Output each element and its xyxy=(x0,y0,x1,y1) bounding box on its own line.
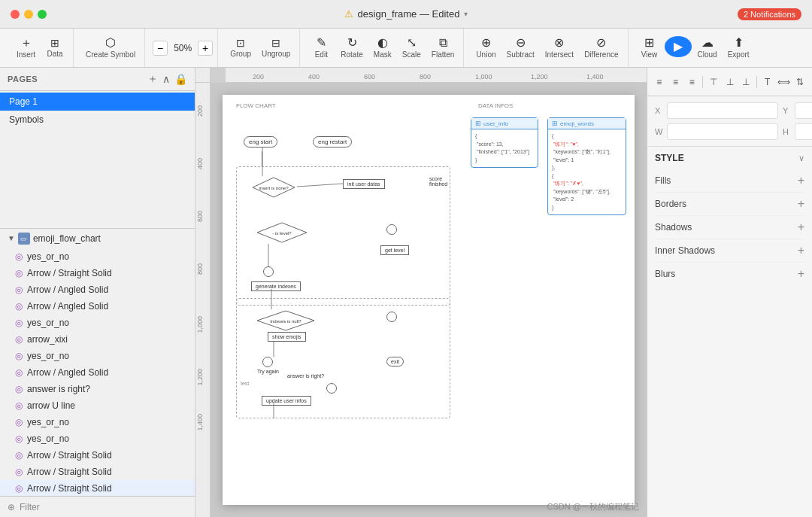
x-input[interactable] xyxy=(667,102,778,119)
rt-distribute-v[interactable]: ⇅ xyxy=(792,73,807,91)
layer-item-arrow-xixi[interactable]: ◎ arrow_xixi xyxy=(0,331,195,348)
edit-button[interactable]: ✎ Edit xyxy=(308,34,335,62)
rt-sep-1 xyxy=(702,76,703,88)
mask-button[interactable]: ◐ Mask xyxy=(369,34,396,62)
layer-item-yes-or-no-1[interactable]: ◎ yes_or_no xyxy=(0,248,195,265)
collapse-pages-button[interactable]: ∧ xyxy=(162,73,170,85)
insert-button[interactable]: ＋ Insert xyxy=(12,34,40,62)
emoji-entry-1: "练习": "♥", xyxy=(552,141,622,149)
rt-align-top[interactable]: ⊤ xyxy=(706,73,721,91)
pages-header-actions: ＋ ∧ 🔒 xyxy=(147,72,187,86)
intersect-button[interactable]: ⊗ Intersect xyxy=(541,34,578,62)
layer-item-arrow-u-line[interactable]: ◎ arrow U line xyxy=(0,397,195,414)
layer-emoji-flow-chart[interactable]: ▼ ▭ emoji_flow_chart xyxy=(0,229,195,248)
borders-label: Borders xyxy=(655,199,686,209)
title-dropdown-icon[interactable]: ▾ xyxy=(464,10,468,18)
preview-button[interactable]: ▶ xyxy=(665,36,692,57)
rotate-button[interactable]: ↻ Rotate xyxy=(336,34,367,62)
layer-item-arrow-angled-3[interactable]: ◎ Arrow / Angled Solid xyxy=(0,364,195,381)
union-button[interactable]: ⊕ Union xyxy=(471,34,500,62)
rt-align-bottom[interactable]: ⊥ xyxy=(738,73,753,91)
fc-arrow-1 xyxy=(262,151,262,166)
canvas-area: 200 400 600 800 1,000 1,200 1,400 200 40… xyxy=(195,68,647,517)
shadows-add-button[interactable]: + xyxy=(798,220,804,234)
rt-align-left[interactable]: ≡ xyxy=(652,73,667,91)
main-canvas[interactable]: FLOW CHART DATA INFOS ⊞ user_info { "sco… xyxy=(211,83,647,517)
component-icon: ◎ xyxy=(15,433,23,444)
page-item-1[interactable]: Page 1 xyxy=(0,93,195,111)
subtract-icon: ⊖ xyxy=(516,37,526,49)
add-page-button[interactable]: ＋ xyxy=(147,72,158,86)
flow-chart-label: FLOW CHART xyxy=(236,102,276,109)
fc-dashed-box-1 xyxy=(236,166,450,306)
group-icon: ⊡ xyxy=(236,38,245,48)
sidebar: PAGES ＋ ∧ 🔒 Page 1 Symbols ▼ ▭ emoji_flo… xyxy=(0,68,195,517)
maximize-button[interactable] xyxy=(38,10,47,19)
fills-add-button[interactable]: + xyxy=(798,174,804,187)
symbols-label: Symbols xyxy=(9,114,44,125)
rt-align-right[interactable]: ≡ xyxy=(684,73,699,91)
flatten-icon: ⧉ xyxy=(439,37,447,49)
subtract-button[interactable]: ⊖ Subtract xyxy=(502,34,539,62)
rt-text-align[interactable]: T xyxy=(760,73,775,91)
layer-item-yes-or-no-4[interactable]: ◎ yes_or_no xyxy=(0,414,195,430)
rt-align-center-v[interactable]: ⊥ xyxy=(723,73,738,91)
ruler-mark-1400: 1,400 xyxy=(586,73,604,81)
sidebar-pages-header: PAGES ＋ ∧ 🔒 xyxy=(0,68,195,91)
layer-item-yes-or-no-3[interactable]: ◎ yes_or_no xyxy=(0,348,195,364)
flatten-button[interactable]: ⧉ Flatten xyxy=(427,34,459,62)
borders-add-button[interactable]: + xyxy=(798,197,804,211)
rt-align-center-h[interactable]: ≡ xyxy=(668,73,683,91)
layer-item-yes-or-no-2[interactable]: ◎ yes_or_no xyxy=(0,315,195,331)
page-item-symbols[interactable]: Symbols xyxy=(0,111,195,129)
h-input[interactable] xyxy=(795,123,812,140)
layer-item-arrow-straight-4[interactable]: ◎ Arrow / Straight Solid xyxy=(0,480,195,496)
data-button[interactable]: ⊞ Data xyxy=(41,35,68,61)
pages-label: PAGES xyxy=(8,75,38,84)
export-label: Export xyxy=(728,50,750,59)
scale-button[interactable]: ⤡ Scale xyxy=(398,34,426,62)
rt-distribute-h[interactable]: ⟺ xyxy=(777,73,792,91)
toolbar-group-zoom: − 50% + xyxy=(148,29,218,67)
layer-item-yes-or-no-5[interactable]: ◎ yes_or_no xyxy=(0,430,195,447)
emoji-words-card: ⊞ emoji_words { "练习": "♥", "keywords": [… xyxy=(547,117,626,215)
cloud-button[interactable]: ☁ Cloud xyxy=(693,34,722,62)
inner-shadows-add-button[interactable]: + xyxy=(798,244,804,257)
create-symbol-button[interactable]: ⬡ Create Symbol xyxy=(81,34,140,62)
w-input[interactable] xyxy=(667,123,778,140)
layer-item-arrow-straight-1[interactable]: ◎ Arrow / Straight Solid xyxy=(0,265,195,281)
minimize-button[interactable] xyxy=(24,10,33,19)
layer-item-answer-is-right[interactable]: ◎ answer is right? xyxy=(0,381,195,397)
blurs-add-button[interactable]: + xyxy=(798,267,804,281)
layer-item-arrow-straight-3[interactable]: ◎ Arrow / Straight Solid xyxy=(0,464,195,480)
shadows-label: Shadows xyxy=(655,222,692,233)
style-chevron-icon[interactable]: ∨ xyxy=(798,154,804,163)
zoom-out-button[interactable]: − xyxy=(153,41,168,56)
y-input[interactable] xyxy=(795,102,812,119)
h-label: H xyxy=(783,127,792,136)
fills-label: Fills xyxy=(655,175,671,186)
preview-icon: ▶ xyxy=(674,41,683,53)
close-button[interactable] xyxy=(11,10,20,19)
lock-button[interactable]: 🔒 xyxy=(174,73,187,85)
ruler-mark-800: 800 xyxy=(420,73,431,81)
rotate-label: Rotate xyxy=(341,50,362,59)
component-icon: ◎ xyxy=(15,351,23,361)
difference-button[interactable]: ⊘ Difference xyxy=(580,34,623,62)
ruler-mark-400: 400 xyxy=(308,73,320,81)
group-button[interactable]: ⊡ Group xyxy=(226,35,256,61)
view-button[interactable]: ⊞ View xyxy=(636,34,663,62)
right-toolbar: ≡ ≡ ≡ ⊤ ⊥ ⊥ T ⟺ ⇅ xyxy=(647,68,812,96)
w-field: W xyxy=(655,123,778,140)
export-button[interactable]: ⬆ Export xyxy=(723,34,754,62)
ungroup-button[interactable]: ⊟ Ungroup xyxy=(257,35,295,61)
x-field: X xyxy=(655,102,778,119)
component-icon: ◎ xyxy=(15,483,23,494)
zoom-in-button[interactable]: + xyxy=(198,41,213,56)
main-layout: PAGES ＋ ∧ 🔒 Page 1 Symbols ▼ ▭ emoji_flo… xyxy=(0,68,812,517)
notification-badge[interactable]: 2 Notifications xyxy=(738,8,801,20)
fc-eng-restart: eng restart xyxy=(313,136,352,147)
layer-item-arrow-angled-2[interactable]: ◎ Arrow / Angled Solid xyxy=(0,298,195,315)
layer-item-arrow-straight-2[interactable]: ◎ Arrow / Straight Solid xyxy=(0,447,195,464)
layer-item-arrow-angled-1[interactable]: ◎ Arrow / Angled Solid xyxy=(0,281,195,298)
